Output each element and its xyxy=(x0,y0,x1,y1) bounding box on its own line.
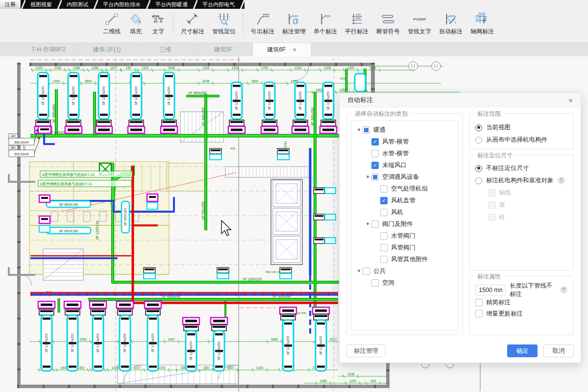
doc-tab-arch-6f[interactable]: 建筑6F× xyxy=(253,43,311,56)
tree-item[interactable]: ▼暖通 xyxy=(352,124,457,136)
ribbon-tab-platform-hvac[interactable]: 平台内部暖通 xyxy=(150,0,193,9)
radio-icon[interactable] xyxy=(475,137,482,144)
tree-item[interactable]: ▼阀门及附件 xyxy=(352,218,457,230)
svg-text:616: 616 xyxy=(371,379,376,383)
radio-icon[interactable] xyxy=(475,165,482,172)
tree-checkbox[interactable] xyxy=(380,256,388,263)
doc-tab-label: 建筑6F xyxy=(267,46,286,54)
tree-checkbox[interactable] xyxy=(371,173,379,181)
doc-tab-arch-5f[interactable]: 建筑5F xyxy=(195,43,253,56)
chevron-down-icon[interactable]: ▼ xyxy=(355,269,363,273)
toolbar-tool-pipe-locate[interactable]: 管线定位 xyxy=(208,9,240,36)
ribbon-tab-platform-plumbing[interactable]: 平台内部给排水 xyxy=(98,0,146,9)
svg-text:2790: 2790 xyxy=(261,66,269,70)
toolbar-tool-dimension[interactable]: 尺寸标注 xyxy=(177,9,208,36)
svg-text:4217: 4217 xyxy=(330,338,337,341)
tree-item[interactable]: 水管阀门 xyxy=(352,230,457,242)
manage-annotations-button[interactable]: 标注管理 xyxy=(346,344,386,357)
tree-item[interactable]: 空气处理机组 xyxy=(352,183,457,195)
tree-checkbox[interactable]: ✓ xyxy=(380,197,388,204)
ok-button[interactable]: 确定 xyxy=(507,344,538,357)
toolbar-tool-auto-annotate[interactable]: xxx自动标注 xyxy=(435,9,466,36)
svg-text:XF 120X120: XF 120X120 xyxy=(243,277,262,281)
chevron-down-icon[interactable]: ▼ xyxy=(364,174,371,179)
checkbox[interactable] xyxy=(475,299,483,306)
tree-item[interactable]: ✓末端风口 xyxy=(352,159,457,171)
svg-text:2237: 2237 xyxy=(134,366,141,369)
radio-icon[interactable] xyxy=(475,124,482,131)
tree-checkbox[interactable]: ✓ xyxy=(371,138,379,146)
toolbar-tool-pipe-text[interactable]: xxx管线文字 xyxy=(404,9,435,36)
doc-tab-t-h-ac-bf2[interactable]: T-H-空调BF2 xyxy=(20,43,78,56)
tree-item[interactable]: ✓风机盘管 xyxy=(352,195,457,206)
tool-label: 标注管理 xyxy=(282,27,306,36)
help-icon[interactable]: ? xyxy=(558,177,565,184)
svg-text:XF 350x250: XF 350x250 xyxy=(201,201,205,220)
svg-text:3402: 3402 xyxy=(316,88,323,92)
doc-tab-label: 三维 xyxy=(159,46,171,54)
toolbar-tool-annotate-manage[interactable]: xxx标注管理 xyxy=(278,9,310,36)
radio-option[interactable]: 从画布中选择机电构件 xyxy=(475,134,567,146)
tree-checkbox[interactable] xyxy=(380,185,388,193)
ribbon-tab-internal-test[interactable]: 内部测试 xyxy=(62,0,93,9)
radio-option[interactable]: 当前视图 xyxy=(475,122,567,134)
tool-label: 断管符号 xyxy=(376,27,400,36)
doc-tab-three-d[interactable]: 三维 xyxy=(136,43,195,56)
tree-item[interactable]: 空间 xyxy=(352,277,457,289)
tree-checkbox[interactable] xyxy=(371,220,379,228)
tree-item[interactable]: ✓风管-横管 xyxy=(352,136,457,147)
toolbar-tool-grid-annotate[interactable]: 轴网标注 xyxy=(466,9,498,36)
attr-checkbox-row[interactable]: 精简标注 xyxy=(475,297,567,308)
toolbar-tool-pipe-break[interactable]: 断管符号 xyxy=(372,9,404,36)
ribbon-tab-annotate[interactable]: 注释 xyxy=(0,0,21,9)
tree-checkbox[interactable]: ✓ xyxy=(371,162,379,169)
dialog-close-icon[interactable]: × xyxy=(568,97,573,104)
tree-checkbox[interactable] xyxy=(371,279,379,287)
chevron-down-icon[interactable]: ▼ xyxy=(355,127,363,132)
svg-text:XF 300x200: XF 300x200 xyxy=(52,104,55,123)
svg-text:4664: 4664 xyxy=(271,338,278,341)
tree-item[interactable]: ▼空调通风设备 xyxy=(352,171,457,183)
toolbar-tool-single-annotate[interactable]: xxx单个标注 xyxy=(310,9,341,36)
tree-item[interactable]: 风机 xyxy=(352,206,457,218)
attr-checkbox-row[interactable]: 增量更新标注 xyxy=(475,308,567,319)
svg-text:1200: 1200 xyxy=(36,66,43,70)
ribbon-tab-view-window[interactable]: 视图视窗 xyxy=(25,0,57,9)
svg-text:SF 1200x200: SF 1200x200 xyxy=(268,91,271,110)
tree-checkbox[interactable] xyxy=(380,244,388,251)
tree-checkbox[interactable] xyxy=(363,126,370,134)
doc-tab-arch-2f-1[interactable]: 建筑-2F(1) xyxy=(78,43,136,56)
tree-checkbox[interactable] xyxy=(371,150,379,157)
svg-text:SF 1200x200: SF 1200x200 xyxy=(123,333,126,352)
ribbon-tab-platform-electric[interactable]: 平台内部电气 xyxy=(197,0,240,9)
radio-icon[interactable] xyxy=(475,177,482,184)
attr-checkboxes: 精简标注增量更新标注 xyxy=(475,297,567,319)
tree-checkbox[interactable] xyxy=(380,232,388,240)
radio-option[interactable]: 不标注定位尺寸 xyxy=(475,162,567,174)
cancel-button[interactable]: 取消 xyxy=(543,344,574,357)
tool-label: 平行标注 xyxy=(345,27,368,36)
length-input[interactable] xyxy=(475,285,506,295)
tree-checkbox[interactable] xyxy=(363,268,370,275)
toolbar-tool-parallel-annotate[interactable]: xxxxxx平行标注 xyxy=(341,9,372,36)
toolbar-separator xyxy=(173,13,173,35)
svg-text:1677: 1677 xyxy=(110,66,118,70)
ribbon-tab-separator xyxy=(193,0,197,9)
checkbox[interactable] xyxy=(475,310,483,318)
toolbar-tool-leader-annotate[interactable]: 引出标注 xyxy=(247,9,278,36)
tree-item[interactable]: ▼公共 xyxy=(352,265,457,277)
toolbar-tool-text[interactable]: TT文字 xyxy=(147,9,170,36)
pipe-break-icon xyxy=(381,12,395,26)
tree-item[interactable]: 水管-横管 xyxy=(352,147,457,159)
tree-checkbox[interactable] xyxy=(380,209,388,216)
tree-item[interactable]: 风管阀门 xyxy=(352,242,457,253)
svg-text:xxx: xxx xyxy=(450,14,455,18)
toolbar-tool-fill[interactable]: 填充 xyxy=(124,9,147,36)
radio-option[interactable]: 标注机电构件和基准对象? xyxy=(475,174,567,187)
sub-checkbox-label: 墙 xyxy=(499,201,505,209)
chevron-down-icon[interactable]: ▼ xyxy=(364,221,371,226)
toolbar-tool-2d-line[interactable]: 二维线 xyxy=(99,9,124,36)
tree-item[interactable]: 风管其他附件 xyxy=(352,253,457,265)
doc-tab-close-icon[interactable]: × xyxy=(293,47,296,53)
length-help-icon[interactable]: ? xyxy=(560,286,567,294)
